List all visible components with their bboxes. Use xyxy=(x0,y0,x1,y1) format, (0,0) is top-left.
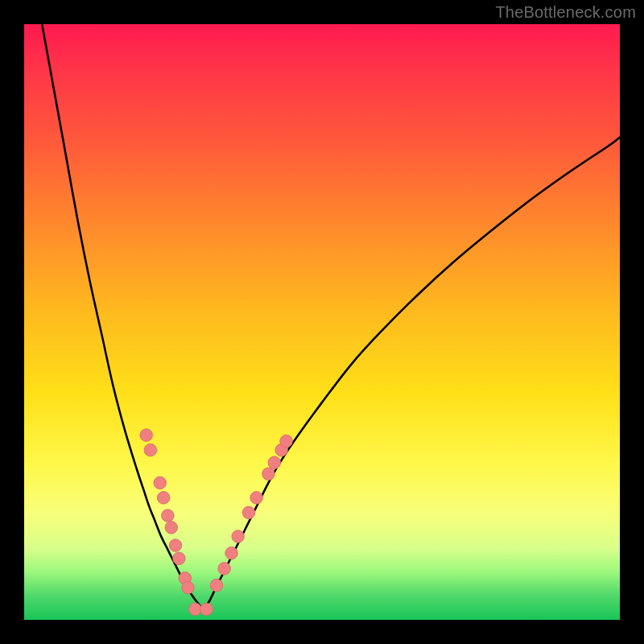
scatter-dot xyxy=(173,552,186,565)
left-curve xyxy=(42,24,203,609)
scatter-dots xyxy=(140,429,292,616)
right-curve xyxy=(203,138,620,609)
scatter-dot xyxy=(144,444,157,456)
scatter-dot xyxy=(162,510,175,522)
scatter-dot xyxy=(268,456,281,469)
scatter-dot xyxy=(280,435,293,448)
scatter-dot xyxy=(169,539,182,552)
chart-frame: TheBottleneck.com xyxy=(0,0,644,644)
scatter-dot xyxy=(232,530,245,543)
scatter-dot xyxy=(218,563,231,576)
scatter-dot xyxy=(182,581,195,594)
scatter-dot xyxy=(242,506,255,519)
chart-overlay xyxy=(24,24,620,620)
scatter-dot xyxy=(225,547,238,559)
scatter-dot xyxy=(250,492,263,505)
scatter-dot xyxy=(262,468,275,481)
scatter-dot xyxy=(189,603,202,616)
scatter-dot xyxy=(157,492,170,505)
scatter-dot xyxy=(210,579,223,592)
scatter-dot xyxy=(200,603,213,616)
scatter-dot xyxy=(165,522,178,535)
scatter-dot xyxy=(140,429,153,442)
plot-area xyxy=(24,24,620,620)
scatter-dot xyxy=(154,477,167,489)
watermark-text: TheBottleneck.com xyxy=(495,3,636,22)
